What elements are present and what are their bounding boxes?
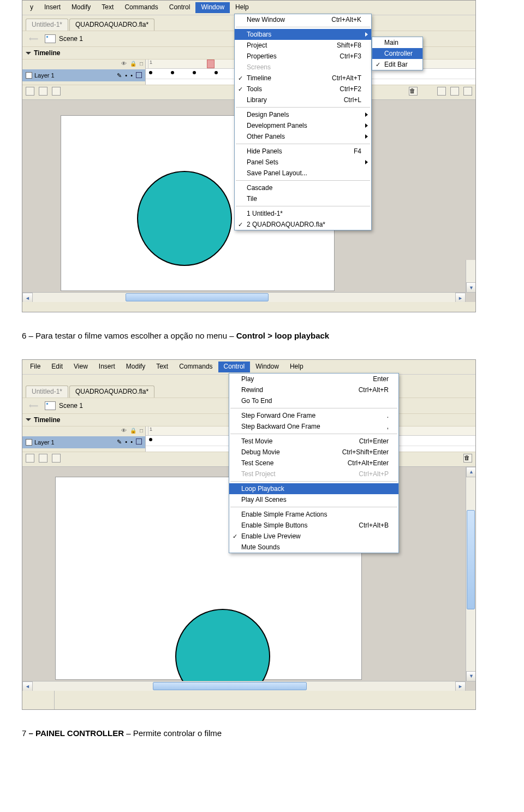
add-layer-button[interactable] xyxy=(26,87,34,96)
keyframe[interactable] xyxy=(193,71,196,74)
layer-row[interactable]: Layer 1 ✎•• xyxy=(22,69,145,81)
menu-item[interactable]: Development Panels xyxy=(235,120,371,131)
scrollbar-vertical[interactable]: ▼ xyxy=(466,260,475,293)
trash-button[interactable]: 🗑 xyxy=(463,454,472,463)
onion-button[interactable] xyxy=(437,87,446,96)
menu-item[interactable]: Tile xyxy=(235,193,371,204)
keyframe[interactable] xyxy=(215,71,218,74)
menu-insert[interactable]: Insert xyxy=(39,2,66,13)
menu-item[interactable]: Controller xyxy=(372,48,422,59)
menu-modify[interactable]: Modify xyxy=(66,2,96,13)
trash-button[interactable]: 🗑 xyxy=(409,87,418,96)
menu-item[interactable]: LibraryCtrl+L xyxy=(235,94,371,105)
scroll-track[interactable] xyxy=(33,293,455,302)
menu-item[interactable]: Panel Sets xyxy=(235,157,371,168)
menu-item[interactable]: ✓ToolsCtrl+F2 xyxy=(235,84,371,94)
scrollbar-horizontal[interactable]: ◄ ► xyxy=(22,292,466,302)
menu-item[interactable]: Screens xyxy=(235,62,371,73)
keyframe[interactable] xyxy=(171,71,174,74)
menu-view[interactable]: View xyxy=(68,361,93,372)
menu-control[interactable]: Control xyxy=(164,2,196,13)
menu-item[interactable]: PropertiesCtrl+F3 xyxy=(235,51,371,62)
scroll-track[interactable] xyxy=(466,260,475,282)
menu-commands[interactable]: Commands xyxy=(174,361,218,372)
menu-help[interactable]: Help xyxy=(284,361,309,372)
scroll-down-button[interactable]: ▼ xyxy=(466,671,475,681)
edit-multi-button[interactable] xyxy=(463,87,472,96)
menu-item[interactable]: Step Backward One Frame, xyxy=(229,421,398,432)
menu-edit[interactable]: Edit xyxy=(46,361,68,372)
scroll-up-button[interactable]: ▲ xyxy=(466,467,475,477)
tab-untitled[interactable]: Untitled-1* xyxy=(26,19,68,31)
menu-item[interactable]: PlayEnter xyxy=(229,374,398,384)
menu-help[interactable]: Help xyxy=(230,2,254,13)
scroll-track[interactable] xyxy=(33,681,455,691)
menu-item[interactable]: Loop Playback xyxy=(229,483,398,494)
menu-item[interactable]: New WindowCtrl+Alt+K xyxy=(235,14,371,25)
pencil-icon: ✎ xyxy=(117,72,122,79)
scrollbar-vertical[interactable]: ▲ ▼ xyxy=(466,467,475,681)
tab-untitled[interactable]: Untitled-1* xyxy=(26,386,68,398)
menu-item[interactable]: 1 Untitled-1* xyxy=(235,208,371,219)
menu-commands[interactable]: Commands xyxy=(119,2,163,13)
menu-item[interactable]: Enable Simple Frame Actions xyxy=(229,509,398,520)
scroll-thumb[interactable] xyxy=(467,510,475,609)
layer-row[interactable]: Layer 1 ✎•• xyxy=(22,436,145,448)
scroll-left-button[interactable]: ◄ xyxy=(22,293,33,302)
back-icon[interactable]: ⟸ xyxy=(26,402,41,410)
menu-item[interactable]: Cascade xyxy=(235,182,371,193)
menu-item[interactable]: ✓TimelineCtrl+Alt+T xyxy=(235,73,371,84)
shape-circle[interactable] xyxy=(137,171,232,266)
add-guide-button[interactable] xyxy=(39,87,47,96)
menu-item[interactable]: Test SceneCtrl+Alt+Enter xyxy=(229,458,398,469)
tab-quadro[interactable]: QUADROAQUADRO.fla* xyxy=(69,386,154,398)
add-guide-button[interactable] xyxy=(39,454,47,463)
menu-item[interactable]: Toolbars xyxy=(235,29,371,40)
menu-item[interactable]: Step Forward One Frame. xyxy=(229,410,398,421)
caption-text: – Permite controlar o filme xyxy=(124,728,222,738)
tab-quadro[interactable]: QUADROAQUADRO.fla* xyxy=(69,19,154,31)
menu-item[interactable]: Other Panels xyxy=(235,131,371,142)
menu-window[interactable]: Window xyxy=(250,361,284,372)
add-folder-button[interactable] xyxy=(52,87,61,96)
back-icon[interactable]: ⟸ xyxy=(26,35,41,43)
menu-item[interactable]: Test MovieCtrl+Enter xyxy=(229,436,398,447)
menu-item[interactable]: ✓Edit Bar xyxy=(372,59,422,70)
menu-item[interactable]: Debug MovieCtrl+Shift+Enter xyxy=(229,447,398,458)
add-folder-button[interactable] xyxy=(52,454,61,463)
scroll-down-button[interactable]: ▼ xyxy=(466,282,475,293)
keyframe[interactable] xyxy=(149,438,152,441)
menu-text[interactable]: Text xyxy=(151,361,174,372)
keyframe[interactable] xyxy=(149,71,152,74)
scroll-thumb[interactable] xyxy=(153,682,307,690)
scroll-right-button[interactable]: ► xyxy=(455,293,466,302)
menu-item[interactable]: Test ProjectCtrl+Alt+P xyxy=(229,469,398,479)
menu-item[interactable]: Mute Sounds xyxy=(229,542,398,553)
menu-item[interactable]: Main xyxy=(372,37,422,48)
menu-insert[interactable]: Insert xyxy=(93,361,121,372)
menu-item[interactable]: Save Panel Layout... xyxy=(235,168,371,179)
onion-outline-button[interactable] xyxy=(450,87,459,96)
playhead[interactable] xyxy=(207,60,215,68)
menu-item[interactable]: Enable Simple ButtonsCtrl+Alt+B xyxy=(229,520,398,531)
menu-item[interactable]: ProjectShift+F8 xyxy=(235,40,371,51)
menu-text[interactable]: Text xyxy=(96,2,119,13)
menu-item[interactable]: Design Panels xyxy=(235,109,371,120)
menu-y[interactable]: y xyxy=(25,2,39,13)
scroll-thumb[interactable] xyxy=(126,293,269,301)
menu-item[interactable]: Play All Scenes xyxy=(229,494,398,505)
menu-modify[interactable]: Modify xyxy=(121,361,151,372)
scroll-right-button[interactable]: ► xyxy=(455,681,466,691)
menu-window[interactable]: Window xyxy=(195,2,230,13)
menu-item[interactable]: ✓2 QUADROAQUADRO.fla* xyxy=(235,219,371,230)
menu-item[interactable]: Go To End xyxy=(229,395,398,406)
menu-item[interactable]: ✓Enable Live Preview xyxy=(229,531,398,542)
scroll-left-button[interactable]: ◄ xyxy=(22,681,33,691)
scroll-track[interactable] xyxy=(466,477,475,671)
menu-item[interactable]: RewindCtrl+Alt+R xyxy=(229,384,398,395)
menu-control[interactable]: Control xyxy=(218,361,251,372)
add-layer-button[interactable] xyxy=(26,454,34,463)
scrollbar-horizontal[interactable]: ◄ ► xyxy=(22,681,466,691)
menu-item[interactable]: Hide PanelsF4 xyxy=(235,146,371,157)
menu-file[interactable]: File xyxy=(25,361,46,372)
